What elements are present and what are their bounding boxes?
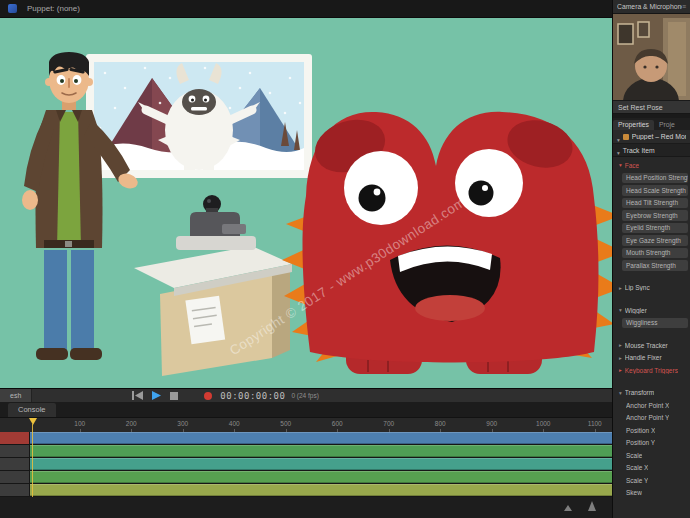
camera-panel-title: Camera & Microphone [617, 3, 682, 10]
zoom-in-icon[interactable] [588, 501, 596, 511]
tab-project[interactable]: Proje [654, 120, 680, 130]
property-row[interactable]: Anchor Point X [613, 399, 690, 412]
ruler-number: 400 [209, 418, 261, 432]
fps-label: 0 (24 fps) [291, 392, 318, 399]
property-row[interactable]: Wiggler [613, 304, 690, 317]
property-row[interactable]: Scale X [613, 462, 690, 475]
property-row[interactable]: Anchor Point Y [613, 412, 690, 425]
property-label: Scale X [626, 464, 648, 471]
track-row[interactable] [0, 458, 612, 471]
property-label: Position X [626, 427, 655, 434]
playhead[interactable] [32, 424, 33, 497]
property-row[interactable]: Wiggliness [613, 317, 690, 330]
property-label: Scale [626, 452, 642, 459]
ruler-number: 1000 [518, 418, 570, 432]
track-bar[interactable] [30, 458, 612, 470]
property-row[interactable]: Mouth Strength [613, 247, 690, 260]
property-row[interactable]: Scale [613, 449, 690, 462]
track-row[interactable] [0, 484, 612, 497]
property-row[interactable]: Head Position Strength [613, 172, 690, 185]
property-row[interactable]: Lip Sync [613, 282, 690, 295]
track-bar[interactable] [30, 432, 612, 444]
property-label: Position Y [626, 439, 655, 446]
transport-controls [132, 391, 178, 400]
property-label: Head Tilt Strength [622, 198, 688, 209]
track-row[interactable] [0, 445, 612, 458]
property-label: Eyebrow Strength [622, 210, 688, 221]
property-label: Eyelid Strength [622, 223, 688, 234]
track-header[interactable] [0, 458, 30, 470]
puppet-title-row[interactable]: Puppet – Red Mon [613, 130, 690, 144]
property-row[interactable]: Transform [613, 387, 690, 400]
webcam-preview [613, 14, 690, 100]
timeline-ruler[interactable]: 10020030040050060070080090010001100 [0, 418, 612, 432]
track-header[interactable] [0, 445, 30, 457]
property-row[interactable]: Mouse Tracker [613, 339, 690, 352]
scene-viewport[interactable]: Copyright © 2017 - www.p30download.com [0, 18, 612, 388]
record-icon[interactable] [204, 392, 212, 400]
playhead-handle[interactable] [29, 418, 37, 425]
track-bar[interactable] [30, 445, 612, 457]
ruler-number: 100 [54, 418, 106, 432]
puppet-title: Puppet – Red Mon [632, 133, 686, 140]
track-item-header[interactable]: Track Item [613, 144, 690, 157]
timeline-tab-row: Console [0, 402, 612, 418]
property-label: Keyboard Triggers [625, 367, 678, 374]
paper-sheet [185, 296, 225, 344]
property-label: Scale Y [626, 477, 648, 484]
track-bar[interactable] [30, 471, 612, 483]
timeline-toolbar: esh 00:00:00:00 0 (24 fps) [0, 388, 612, 402]
property-row[interactable]: Position X [613, 424, 690, 437]
track-header[interactable] [0, 484, 30, 496]
property-label: Face [625, 162, 639, 169]
property-row[interactable]: Eye Gaze Strength [613, 234, 690, 247]
property-label: Handle Fixer [625, 354, 662, 361]
stop-icon[interactable] [170, 392, 178, 400]
property-label: Wiggliness [622, 318, 688, 329]
timeline-panel: esh 00:00:00:00 0 (24 fps) Console 10020… [0, 388, 612, 518]
property-row[interactable]: Keyboard Triggers [613, 364, 690, 377]
property-row[interactable]: Head Scale Strength [613, 184, 690, 197]
right-panel: Camera & Microphone ≡ Set Rest Pose Prop… [612, 0, 690, 518]
play-icon[interactable] [152, 391, 161, 400]
scene-canvas[interactable]: Copyright © 2017 - www.p30download.com [0, 18, 612, 388]
property-row[interactable]: Face [613, 159, 690, 172]
track-header[interactable] [0, 471, 30, 483]
property-row[interactable]: Parallax Strength [613, 259, 690, 272]
console-tab[interactable]: Console [8, 403, 56, 417]
puppet-menu-label[interactable]: Puppet: (none) [27, 4, 80, 13]
property-row[interactable]: Scale Y [613, 474, 690, 487]
ruler-number: 200 [106, 418, 158, 432]
timecode: 00:00:00:00 [220, 391, 285, 401]
set-rest-pose-button[interactable]: Set Rest Pose [613, 100, 690, 114]
puppet-icon [623, 134, 629, 140]
track-header[interactable] [0, 432, 30, 444]
timeline-footer [0, 497, 612, 518]
property-row[interactable]: Skew [613, 487, 690, 500]
property-label: Head Scale Strength [622, 185, 688, 196]
properties-list: Face Head Position Strength Head Scale S… [613, 157, 690, 518]
property-row[interactable]: Handle Fixer [613, 352, 690, 365]
skip-to-start-icon[interactable] [132, 391, 143, 400]
property-row[interactable]: Position Y [613, 437, 690, 450]
property-label: Transform [625, 389, 654, 396]
property-label: Parallax Strength [622, 260, 688, 271]
zoom-out-icon[interactable] [564, 505, 572, 511]
track-row[interactable] [0, 471, 612, 484]
track-row[interactable] [0, 432, 612, 445]
ruler-number: 700 [363, 418, 415, 432]
property-row[interactable]: Head Tilt Strength [613, 197, 690, 210]
property-label: Skew [626, 489, 642, 496]
panel-menu-icon[interactable]: ≡ [682, 3, 686, 10]
timeline-tracks [0, 432, 612, 497]
track-bar[interactable] [30, 484, 612, 496]
property-row[interactable]: Eyebrow Strength [613, 209, 690, 222]
property-label: Wiggler [625, 307, 647, 314]
ruler-number: 800 [415, 418, 467, 432]
ruler-number: 600 [312, 418, 364, 432]
property-label: Anchor Point X [626, 402, 669, 409]
mesh-tab[interactable]: esh [0, 389, 32, 402]
property-row[interactable]: Eyelid Strength [613, 222, 690, 235]
camera-panel-header[interactable]: Camera & Microphone ≡ [613, 0, 690, 14]
ruler-number: 1100 [569, 418, 612, 432]
